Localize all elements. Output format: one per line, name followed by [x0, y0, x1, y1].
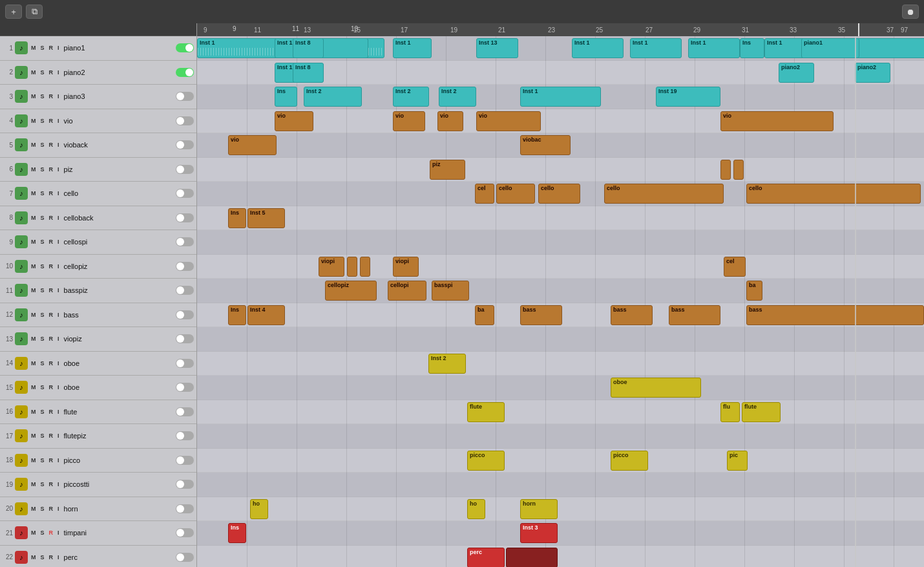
clip-piano3-inst1[interactable]: Inst 1: [520, 87, 601, 107]
clip-timpani-inst3[interactable]: Inst 3: [520, 523, 558, 543]
mute-button[interactable]: M: [30, 480, 37, 488]
record-arm-button[interactable]: R: [48, 432, 55, 440]
clip-basspiz-basspi[interactable]: basspi: [432, 281, 469, 301]
record-arm-button[interactable]: R: [48, 69, 55, 76]
clip-basspiz-cellopiz[interactable]: cellopiz: [325, 281, 377, 301]
clip-cello-3[interactable]: cello: [604, 184, 724, 204]
add-button[interactable]: +: [5, 5, 22, 19]
track-toggle[interactable]: [176, 383, 194, 392]
clip-horn-ho2[interactable]: ho: [467, 499, 485, 519]
record-arm-button[interactable]: R: [48, 529, 55, 537]
clip-horn-ho1[interactable]: ho: [250, 499, 268, 519]
track-toggle[interactable]: [176, 92, 194, 101]
track-toggle[interactable]: [176, 456, 194, 465]
clip-oboe2[interactable]: oboe: [611, 378, 701, 398]
input-button[interactable]: I: [56, 238, 61, 246]
clip-cello-2[interactable]: cello: [538, 184, 580, 204]
mute-button[interactable]: M: [30, 44, 37, 52]
mute-button[interactable]: M: [30, 214, 37, 222]
mute-button[interactable]: M: [30, 505, 37, 513]
clip-piano1-inst8[interactable]: Inst 8: [293, 38, 324, 58]
input-button[interactable]: I: [56, 44, 61, 52]
solo-button[interactable]: S: [39, 262, 46, 270]
track-toggle[interactable]: [176, 334, 194, 343]
solo-button[interactable]: S: [39, 141, 46, 149]
clip-vio-3[interactable]: vio: [437, 111, 463, 131]
input-button[interactable]: I: [56, 69, 61, 76]
clip-timpani-ins[interactable]: Ins: [228, 523, 246, 543]
clip-picco-2[interactable]: picco: [611, 451, 648, 471]
mute-button[interactable]: M: [30, 408, 37, 416]
input-button[interactable]: I: [56, 359, 61, 367]
solo-button[interactable]: S: [39, 408, 46, 416]
track-toggle[interactable]: [176, 237, 194, 246]
clip-cello-cel[interactable]: cel: [475, 184, 494, 204]
record-arm-button[interactable]: R: [48, 383, 55, 391]
solo-button[interactable]: S: [39, 335, 46, 343]
clip-piano2-right1[interactable]: piano2: [779, 63, 814, 83]
clip-celloback-inst5[interactable]: Inst 5: [247, 208, 285, 228]
track-toggle[interactable]: [176, 504, 194, 513]
record-arm-button[interactable]: R: [48, 311, 55, 319]
record-arm-button[interactable]: R: [48, 480, 55, 488]
clip-piano3-inst2c[interactable]: Inst 2: [439, 87, 476, 107]
clip-piano3-ins[interactable]: Ins: [275, 87, 297, 107]
mute-button[interactable]: M: [30, 335, 37, 343]
record-arm-button[interactable]: R: [48, 456, 55, 464]
mute-button[interactable]: M: [30, 141, 37, 149]
clip-bass-ba[interactable]: ba: [475, 305, 494, 325]
solo-button[interactable]: S: [39, 529, 46, 537]
input-button[interactable]: I: [56, 408, 61, 416]
solo-button[interactable]: S: [39, 432, 46, 440]
solo-button[interactable]: S: [39, 505, 46, 513]
record-arm-button[interactable]: R: [48, 214, 55, 222]
record-arm-button[interactable]: R: [48, 44, 55, 52]
clip-piano1-inst1e[interactable]: Inst 1: [630, 38, 682, 58]
solo-button[interactable]: S: [39, 286, 46, 294]
clip-vio-4[interactable]: vio: [476, 111, 541, 131]
solo-button[interactable]: S: [39, 117, 46, 125]
clip-horn-horn[interactable]: horn: [520, 499, 558, 519]
input-button[interactable]: I: [56, 383, 61, 391]
mute-button[interactable]: M: [30, 117, 37, 125]
solo-button[interactable]: S: [39, 359, 46, 367]
solo-button[interactable]: S: [39, 166, 46, 173]
clip-flute-1[interactable]: flute: [467, 402, 505, 422]
record-arm-button[interactable]: R: [48, 553, 55, 561]
mute-button[interactable]: M: [30, 286, 37, 294]
input-button[interactable]: I: [56, 553, 61, 561]
input-button[interactable]: I: [56, 214, 61, 222]
tracks-canvas[interactable]: Inst 1 Inst 1 Inst 8 Inst 1 Inst 13 Inst…: [197, 36, 924, 567]
clip-bass-bass2[interactable]: bass: [611, 305, 653, 325]
record-arm-button[interactable]: R: [48, 238, 55, 246]
clip-vioback-1[interactable]: vio: [228, 135, 277, 155]
clip-vio-2[interactable]: vio: [393, 111, 425, 131]
mute-button[interactable]: M: [30, 456, 37, 464]
clip-perc[interactable]: perc: [467, 548, 505, 568]
clip-perc-dark[interactable]: [506, 548, 558, 568]
track-toggle[interactable]: [176, 310, 194, 319]
input-button[interactable]: I: [56, 189, 61, 197]
track-toggle[interactable]: [176, 140, 194, 149]
clip-basspiz-cellopi[interactable]: cellopi: [388, 281, 426, 301]
input-button[interactable]: I: [56, 505, 61, 513]
record-arm-button[interactable]: R: [48, 189, 55, 197]
clip-bass-bass3[interactable]: bass: [669, 305, 720, 325]
clip-piz-small2[interactable]: [733, 160, 744, 180]
record-arm-button[interactable]: R: [48, 262, 55, 270]
clip-piano1-ins[interactable]: Ins: [740, 38, 764, 58]
track-toggle[interactable]: [176, 189, 194, 198]
clip-cellopiz-cel[interactable]: cel: [724, 257, 746, 277]
input-button[interactable]: I: [56, 141, 61, 149]
record-arm-button[interactable]: R: [48, 286, 55, 294]
clip-bass-bass1[interactable]: bass: [520, 305, 562, 325]
mute-button[interactable]: M: [30, 189, 37, 197]
solo-button[interactable]: S: [39, 311, 46, 319]
clip-piano1-inst1d[interactable]: Inst 1: [572, 38, 624, 58]
mute-button[interactable]: M: [30, 311, 37, 319]
record-arm-button[interactable]: R: [48, 117, 55, 125]
clip-piano3-inst2b[interactable]: Inst 2: [393, 87, 429, 107]
solo-button[interactable]: S: [39, 553, 46, 561]
mute-button[interactable]: M: [30, 92, 37, 100]
input-button[interactable]: I: [56, 166, 61, 173]
